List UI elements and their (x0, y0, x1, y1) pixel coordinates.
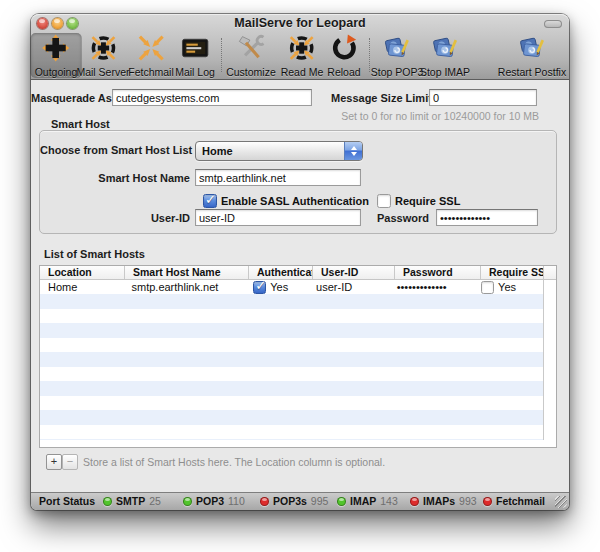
toolbar-item-reload[interactable]: Reload (323, 33, 364, 78)
masquerade-label: Masquerade As (31, 92, 109, 104)
cell-require-ssl: Yes (473, 280, 535, 295)
read-me-icon (288, 34, 316, 66)
table-scrollbar[interactable] (543, 280, 556, 447)
resize-grip[interactable] (555, 496, 567, 508)
row-authenticate-checkbox[interactable] (253, 281, 266, 294)
table-header: Location Smart Host Name Authenticate Us… (40, 266, 556, 280)
status-smtp: SMTP 25 (103, 495, 161, 507)
col-password[interactable]: Password (395, 266, 481, 279)
cell-password: ••••••••••••• (389, 280, 473, 295)
smart-host-name-input[interactable] (195, 169, 361, 186)
titlebar[interactable]: MailServe for Leopard (31, 14, 569, 32)
table-hint: Store a list of Smart Hosts here. The Lo… (83, 456, 385, 468)
customize-icon (237, 34, 265, 66)
toolbar-item-stop-imap[interactable]: Stop IMAP (416, 33, 474, 78)
sasl-label: Enable SASL Authentication (221, 195, 369, 207)
window-chrome: MailServe for Leopard Outgoing (31, 14, 569, 80)
status-fetchmail: Fetchmail (483, 495, 549, 507)
status-pop3: POP3 110 (183, 495, 245, 507)
mail-server-icon (89, 34, 117, 66)
toolbar-label: Reload (327, 66, 360, 78)
table-body: Home smtp.earthlink.net Yes user-ID ••••… (40, 280, 556, 447)
app-window: MailServe for Leopard Outgoing (31, 14, 569, 510)
toolbar: Outgoing Mail Server (31, 32, 569, 79)
size-limit-input[interactable] (429, 89, 537, 106)
col-location[interactable]: Location (40, 266, 125, 279)
col-authenticate[interactable]: Authenticate (249, 266, 313, 279)
smart-host-group-label: Smart Host (51, 118, 110, 130)
mail-log-icon (181, 34, 209, 66)
status-bar: Port Status SMTP 25 POP3 110 POP3s 995 I… (31, 492, 569, 510)
table-bottom-strip (40, 440, 556, 447)
status-imaps: IMAPs 993 (410, 495, 477, 507)
smart-hosts-list-title: List of Smart Hosts (44, 248, 145, 260)
toolbar-label: Restart Postfix (498, 66, 566, 78)
user-id-label: User-ID (40, 212, 190, 224)
toolbar-toggle-pill[interactable] (544, 20, 562, 28)
smart-host-name-label: Smart Host Name (40, 172, 190, 184)
password-label: Password (377, 212, 429, 224)
add-smart-host-button[interactable]: + (46, 454, 62, 470)
toolbar-item-customize[interactable]: Customize (222, 33, 280, 78)
fetchmail-status-dot (483, 497, 492, 506)
require-ssl-label: Require SSL (395, 195, 460, 207)
fetchmail-icon (137, 34, 165, 66)
password-input[interactable] (436, 209, 538, 226)
toolbar-item-fetchmail[interactable]: Fetchmail (124, 33, 178, 78)
smart-host-popup-value: Home (196, 145, 344, 157)
toolbar-label: Customize (226, 66, 276, 78)
remove-smart-host-button[interactable]: − (62, 454, 78, 470)
row-require-ssl-label: Yes (498, 280, 516, 294)
cell-authenticate: Yes (245, 280, 308, 295)
status-pop3s: POP3s 995 (260, 495, 328, 507)
sasl-checkbox[interactable] (203, 194, 217, 208)
col-spacer (544, 266, 556, 279)
size-limit-label: Message Size Limit (331, 92, 417, 104)
row-require-ssl-checkbox[interactable] (481, 281, 494, 294)
smart-host-groupbox: Choose from Smart Host List Home Smart H… (39, 130, 557, 234)
cell-smart-host-name: smtp.earthlink.net (123, 280, 245, 295)
window-title: MailServe for Leopard (31, 16, 569, 30)
toolbar-label: Fetchmail (128, 66, 174, 78)
toolbar-label: Outgoing (35, 66, 78, 78)
outgoing-icon (42, 34, 70, 66)
main-content: Masquerade As Message Size Limit Set to … (31, 80, 569, 493)
port-status-title: Port Status (39, 495, 95, 507)
col-smart-host-name[interactable]: Smart Host Name (125, 266, 249, 279)
imap-status-dot (337, 497, 346, 506)
toolbar-item-read-me[interactable]: Read Me (277, 33, 328, 78)
toolbar-label: Stop IMAP (420, 66, 470, 78)
reload-icon (330, 34, 358, 66)
smart-host-popup[interactable]: Home (195, 141, 363, 161)
smart-hosts-table: Location Smart Host Name Authenticate Us… (39, 265, 557, 448)
toolbar-item-restart-postfix[interactable]: Restart Postfix (494, 33, 570, 78)
imap-server-icon (431, 34, 459, 66)
row-authenticate-label: Yes (270, 280, 288, 294)
require-ssl-checkbox[interactable] (377, 194, 391, 208)
pop3-server-icon (383, 34, 411, 66)
cell-user-id: user-ID (308, 280, 389, 295)
toolbar-label: Read Me (281, 66, 324, 78)
toolbar-item-mail-log[interactable]: Mail Log (171, 33, 219, 78)
pop3s-status-dot (260, 497, 269, 506)
toolbar-label: Mail Log (175, 66, 215, 78)
imaps-status-dot (410, 497, 419, 506)
status-imap: IMAP 143 (337, 495, 398, 507)
size-limit-hint: Set to 0 for no limit or 10240000 for 10… (341, 110, 539, 122)
popup-arrows-icon (344, 142, 362, 160)
col-require-ssl[interactable]: Require SSL (481, 266, 544, 279)
pop3-status-dot (183, 497, 192, 506)
postfix-server-icon (518, 34, 546, 66)
choose-smart-host-label: Choose from Smart Host List (40, 144, 190, 156)
user-id-input[interactable] (195, 209, 361, 226)
col-user-id[interactable]: User-ID (313, 266, 395, 279)
cell-location: Home (40, 280, 123, 295)
smtp-status-dot (103, 497, 112, 506)
table-row[interactable]: Home smtp.earthlink.net Yes user-ID ••••… (40, 280, 543, 295)
toolbar-label: Mail Server (76, 66, 129, 78)
masquerade-input[interactable] (112, 89, 312, 106)
